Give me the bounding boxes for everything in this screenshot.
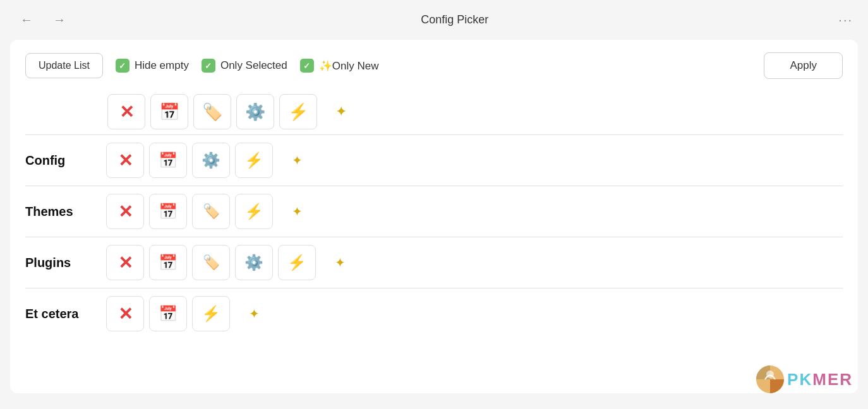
header-calendar-icon[interactable]: 📅 [150,94,188,129]
main-content: Update List ✓ Hide empty ✓ Only Selected… [10,40,858,393]
forward-button[interactable]: → [48,10,71,30]
only-selected-checkbox-group: ✓ Only Selected [202,59,287,73]
plugins-row-icons: ✕ 📅 🏷️ ⚙️ ⚡ ✦ [106,245,359,280]
themes-clear-button[interactable]: ✕ [106,194,144,229]
header-bolt-icon[interactable]: ⚡ [279,94,317,129]
pkmer-logo: PKMER [756,365,853,394]
back-button[interactable]: ← [15,10,38,30]
plugins-calendar-button[interactable]: 📅 [149,245,187,280]
plugins-gear-button[interactable]: ⚙️ [235,245,273,280]
table-row: Config ✕ 📅 ⚙️ ⚡ ✦ [25,134,843,186]
etcetera-clear-button[interactable]: ✕ [106,296,144,331]
plugins-tag-button[interactable]: 🏷️ [192,245,230,280]
table-row: Themes ✕ 📅 🏷️ ⚡ ✦ [25,186,843,237]
row-label-config: Config [25,153,101,168]
config-calendar-button[interactable]: 📅 [149,143,187,178]
only-new-checkbox[interactable]: ✓ [300,59,314,73]
header-gear-icon[interactable]: ⚙️ [236,94,274,129]
row-label-plugins: Plugins [25,256,101,270]
only-new-label: ✨Only New [319,59,379,73]
page-title: Config Picker [421,13,488,27]
toolbar: Update List ✓ Hide empty ✓ Only Selected… [25,52,843,79]
etcetera-bolt-button[interactable]: ⚡ [192,296,230,331]
header-tag-icon[interactable]: 🏷️ [193,94,231,129]
row-label-etcetera: Et cetera [25,307,101,321]
plugins-clear-button[interactable]: ✕ [106,245,144,280]
pkmer-text: PKMER [787,370,853,389]
etcetera-calendar-button[interactable]: 📅 [149,296,187,331]
etcetera-sparkle-button[interactable]: ✦ [235,296,273,331]
themes-bolt-button[interactable]: ⚡ [235,194,273,229]
row-label-themes: Themes [25,204,101,219]
hide-empty-label: Hide empty [135,59,189,72]
config-bolt-button[interactable]: ⚡ [235,143,273,178]
config-clear-button[interactable]: ✕ [106,143,144,178]
update-list-button[interactable]: Update List [25,53,103,78]
header-sparkle-icon[interactable]: ✦ [322,94,360,129]
config-row-icons: ✕ 📅 ⚙️ ⚡ ✦ [106,143,316,178]
more-options-icon[interactable]: ··· [838,13,853,27]
only-selected-checkbox[interactable]: ✓ [202,59,215,73]
pkmer-logo-icon [756,365,785,394]
table-row: Plugins ✕ 📅 🏷️ ⚙️ ⚡ ✦ [25,237,843,288]
hide-empty-checkbox-group: ✓ Hide empty [116,59,189,73]
plugins-bolt-button[interactable]: ⚡ [278,245,316,280]
themes-sparkle-button[interactable]: ✦ [278,194,316,229]
themes-tag-button[interactable]: 🏷️ [192,194,230,229]
header-clear-icon[interactable]: ✕ [107,94,145,129]
data-table: Config ✕ 📅 ⚙️ ⚡ ✦ Themes ✕ 📅 🏷️ ⚡ ✦ Plug… [25,134,843,339]
etcetera-row-icons: ✕ 📅 ⚡ ✦ [106,296,273,331]
config-sparkle-button[interactable]: ✦ [278,143,316,178]
nav-buttons: ← → [15,10,71,30]
plugins-sparkle-button[interactable]: ✦ [321,245,359,280]
themes-calendar-button[interactable]: 📅 [149,194,187,229]
table-row: Et cetera ✕ 📅 ⚡ ✦ [25,288,843,339]
config-gear-button[interactable]: ⚙️ [192,143,230,178]
header-icon-row: ✕ 📅 🏷️ ⚙️ ⚡ ✦ [25,94,843,129]
hide-empty-checkbox[interactable]: ✓ [116,59,130,73]
themes-row-icons: ✕ 📅 🏷️ ⚡ ✦ [106,194,316,229]
only-new-checkbox-group: ✓ ✨Only New [300,59,379,73]
only-selected-label: Only Selected [220,59,287,72]
apply-button[interactable]: Apply [764,52,843,79]
title-bar: ← → Config Picker ··· [0,0,868,40]
